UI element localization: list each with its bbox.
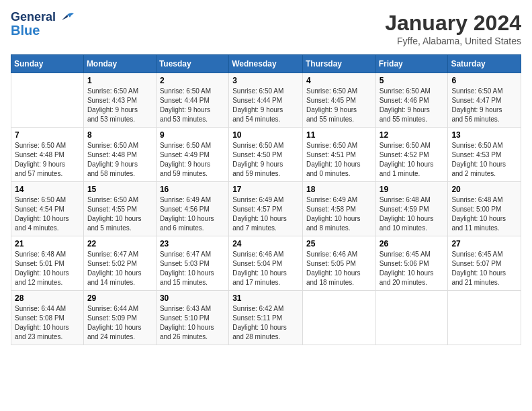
day-cell-31: 31Sunrise: 6:42 AM Sunset: 5:11 PM Dayli… <box>229 291 303 345</box>
day-info: Sunrise: 6:50 AM Sunset: 4:48 PM Dayligh… <box>87 141 152 179</box>
title-area: January 2024 Fyffe, Alabama, United Stat… <box>385 11 521 46</box>
day-info: Sunrise: 6:50 AM Sunset: 4:52 PM Dayligh… <box>380 141 445 179</box>
day-info: Sunrise: 6:50 AM Sunset: 4:43 PM Dayligh… <box>87 87 152 124</box>
day-number: 10 <box>232 130 299 140</box>
day-number: 1 <box>87 76 152 85</box>
day-info: Sunrise: 6:45 AM Sunset: 5:07 PM Dayligh… <box>451 250 517 287</box>
week-row-4: 21Sunrise: 6:48 AM Sunset: 5:01 PM Dayli… <box>11 236 521 291</box>
day-info: Sunrise: 6:45 AM Sunset: 5:06 PM Dayligh… <box>380 250 445 287</box>
day-info: Sunrise: 6:50 AM Sunset: 4:44 PM Dayligh… <box>160 87 225 124</box>
day-cell-27: 27Sunrise: 6:45 AM Sunset: 5:07 PM Dayli… <box>448 236 521 291</box>
day-cell-22: 22Sunrise: 6:47 AM Sunset: 5:02 PM Dayli… <box>83 236 156 291</box>
day-cell-7: 7Sunrise: 6:50 AM Sunset: 4:48 PM Daylig… <box>11 128 84 182</box>
day-info: Sunrise: 6:50 AM Sunset: 4:54 PM Dayligh… <box>15 195 80 233</box>
empty-cell <box>448 291 521 345</box>
day-info: Sunrise: 6:50 AM Sunset: 4:45 PM Dayligh… <box>306 87 372 124</box>
day-number: 27 <box>451 239 517 248</box>
day-cell-15: 15Sunrise: 6:50 AM Sunset: 4:55 PM Dayli… <box>83 182 156 236</box>
day-number: 19 <box>380 185 445 194</box>
day-number: 21 <box>15 239 80 248</box>
day-info: Sunrise: 6:48 AM Sunset: 4:59 PM Dayligh… <box>380 195 445 233</box>
day-cell-9: 9Sunrise: 6:50 AM Sunset: 4:49 PM Daylig… <box>156 128 228 182</box>
day-info: Sunrise: 6:50 AM Sunset: 4:49 PM Dayligh… <box>160 141 225 179</box>
day-number: 7 <box>15 130 80 140</box>
logo-blue: Blue <box>11 23 40 38</box>
day-cell-17: 17Sunrise: 6:49 AM Sunset: 4:57 PM Dayli… <box>229 182 303 236</box>
day-number: 25 <box>306 239 372 248</box>
day-number: 4 <box>306 76 372 85</box>
day-number: 11 <box>306 130 372 140</box>
day-info: Sunrise: 6:50 AM Sunset: 4:48 PM Dayligh… <box>15 141 80 179</box>
day-info: Sunrise: 6:48 AM Sunset: 5:00 PM Dayligh… <box>451 195 517 233</box>
day-number: 6 <box>451 76 517 85</box>
day-number: 26 <box>380 239 445 248</box>
empty-cell <box>375 291 448 345</box>
day-info: Sunrise: 6:47 AM Sunset: 5:02 PM Dayligh… <box>87 250 152 287</box>
day-info: Sunrise: 6:50 AM Sunset: 4:46 PM Dayligh… <box>380 87 445 124</box>
day-cell-16: 16Sunrise: 6:49 AM Sunset: 4:56 PM Dayli… <box>156 182 228 236</box>
day-info: Sunrise: 6:48 AM Sunset: 5:01 PM Dayligh… <box>15 250 80 287</box>
day-cell-12: 12Sunrise: 6:50 AM Sunset: 4:52 PM Dayli… <box>375 128 448 182</box>
page-header: General Blue January 2024 Fyffe, Alabama… <box>11 11 521 46</box>
day-number: 8 <box>87 130 152 140</box>
location: Fyffe, Alabama, United States <box>385 36 521 46</box>
day-number: 24 <box>232 239 299 248</box>
day-cell-2: 2Sunrise: 6:50 AM Sunset: 4:44 PM Daylig… <box>156 73 228 128</box>
day-number: 16 <box>160 185 225 194</box>
day-cell-24: 24Sunrise: 6:46 AM Sunset: 5:04 PM Dayli… <box>229 236 303 291</box>
header-day-tuesday: Tuesday <box>156 55 228 73</box>
header-day-friday: Friday <box>375 55 448 73</box>
header-day-saturday: Saturday <box>448 55 521 73</box>
day-number: 3 <box>232 76 299 85</box>
day-info: Sunrise: 6:47 AM Sunset: 5:03 PM Dayligh… <box>160 250 225 287</box>
day-cell-30: 30Sunrise: 6:43 AM Sunset: 5:10 PM Dayli… <box>156 291 228 345</box>
logo: General Blue <box>11 11 74 38</box>
day-info: Sunrise: 6:50 AM Sunset: 4:51 PM Dayligh… <box>306 141 372 179</box>
day-info: Sunrise: 6:43 AM Sunset: 5:10 PM Dayligh… <box>160 304 225 342</box>
day-cell-23: 23Sunrise: 6:47 AM Sunset: 5:03 PM Dayli… <box>156 236 228 291</box>
day-cell-4: 4Sunrise: 6:50 AM Sunset: 4:45 PM Daylig… <box>302 73 375 128</box>
day-number: 9 <box>160 130 225 140</box>
day-info: Sunrise: 6:49 AM Sunset: 4:57 PM Dayligh… <box>232 195 299 233</box>
header-day-thursday: Thursday <box>302 55 375 73</box>
logo-bird-icon <box>60 12 74 23</box>
day-number: 15 <box>87 185 152 194</box>
day-cell-25: 25Sunrise: 6:46 AM Sunset: 5:05 PM Dayli… <box>302 236 375 291</box>
week-row-1: 1Sunrise: 6:50 AM Sunset: 4:43 PM Daylig… <box>11 73 521 128</box>
week-row-2: 7Sunrise: 6:50 AM Sunset: 4:48 PM Daylig… <box>11 128 521 182</box>
header-day-monday: Monday <box>83 55 156 73</box>
empty-cell <box>11 73 84 128</box>
day-info: Sunrise: 6:46 AM Sunset: 5:05 PM Dayligh… <box>306 250 372 287</box>
day-number: 28 <box>15 293 80 303</box>
day-cell-13: 13Sunrise: 6:50 AM Sunset: 4:53 PM Dayli… <box>448 128 521 182</box>
day-number: 31 <box>232 293 299 303</box>
day-cell-14: 14Sunrise: 6:50 AM Sunset: 4:54 PM Dayli… <box>11 182 84 236</box>
day-number: 18 <box>306 185 372 194</box>
day-info: Sunrise: 6:49 AM Sunset: 4:56 PM Dayligh… <box>160 195 225 233</box>
week-row-5: 28Sunrise: 6:44 AM Sunset: 5:08 PM Dayli… <box>11 291 521 345</box>
day-info: Sunrise: 6:46 AM Sunset: 5:04 PM Dayligh… <box>232 250 299 287</box>
day-cell-1: 1Sunrise: 6:50 AM Sunset: 4:43 PM Daylig… <box>83 73 156 128</box>
empty-cell <box>302 291 375 345</box>
day-cell-20: 20Sunrise: 6:48 AM Sunset: 5:00 PM Dayli… <box>448 182 521 236</box>
day-cell-8: 8Sunrise: 6:50 AM Sunset: 4:48 PM Daylig… <box>83 128 156 182</box>
day-info: Sunrise: 6:50 AM Sunset: 4:55 PM Dayligh… <box>87 195 152 233</box>
day-cell-6: 6Sunrise: 6:50 AM Sunset: 4:47 PM Daylig… <box>448 73 521 128</box>
day-info: Sunrise: 6:50 AM Sunset: 4:47 PM Dayligh… <box>451 87 517 124</box>
day-cell-5: 5Sunrise: 6:50 AM Sunset: 4:46 PM Daylig… <box>375 73 448 128</box>
day-cell-10: 10Sunrise: 6:50 AM Sunset: 4:50 PM Dayli… <box>229 128 303 182</box>
day-number: 30 <box>160 293 225 303</box>
day-cell-3: 3Sunrise: 6:50 AM Sunset: 4:44 PM Daylig… <box>229 73 303 128</box>
day-number: 22 <box>87 239 152 248</box>
day-cell-18: 18Sunrise: 6:49 AM Sunset: 4:58 PM Dayli… <box>302 182 375 236</box>
day-info: Sunrise: 6:44 AM Sunset: 5:09 PM Dayligh… <box>87 304 152 342</box>
day-cell-19: 19Sunrise: 6:48 AM Sunset: 4:59 PM Dayli… <box>375 182 448 236</box>
day-info: Sunrise: 6:50 AM Sunset: 4:44 PM Dayligh… <box>232 87 299 124</box>
day-info: Sunrise: 6:50 AM Sunset: 4:53 PM Dayligh… <box>451 141 517 179</box>
day-info: Sunrise: 6:50 AM Sunset: 4:50 PM Dayligh… <box>232 141 299 179</box>
day-info: Sunrise: 6:42 AM Sunset: 5:11 PM Dayligh… <box>232 304 299 342</box>
day-number: 12 <box>380 130 445 140</box>
day-cell-29: 29Sunrise: 6:44 AM Sunset: 5:09 PM Dayli… <box>83 291 156 345</box>
header-day-sunday: Sunday <box>11 55 84 73</box>
day-number: 14 <box>15 185 80 194</box>
